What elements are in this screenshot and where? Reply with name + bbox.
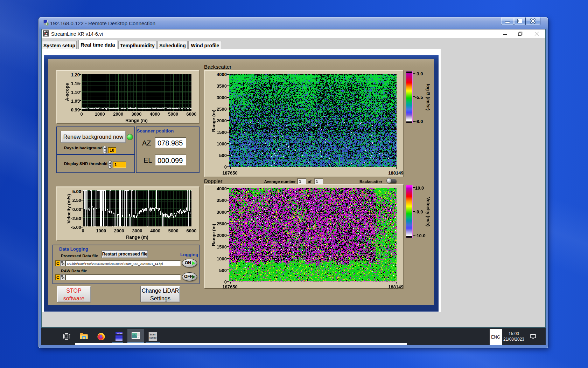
svg-text:sched: sched: [149, 336, 156, 339]
svg-text:SETER: SETER: [116, 332, 122, 334]
